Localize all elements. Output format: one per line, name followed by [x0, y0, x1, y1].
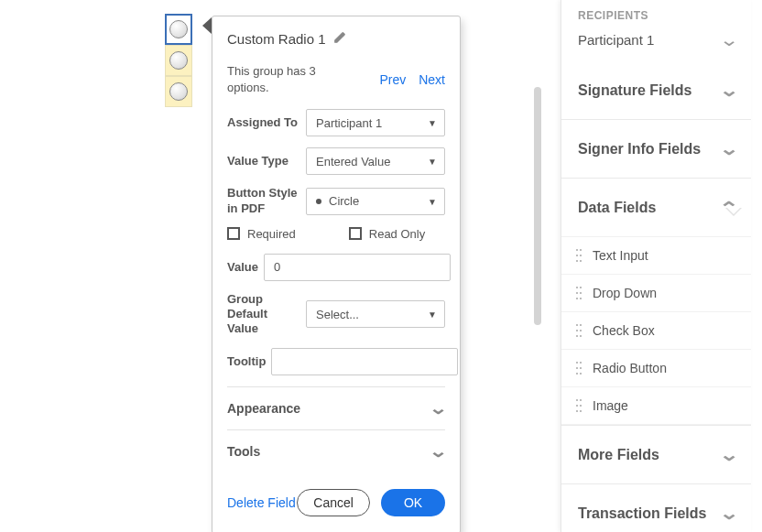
section-signature-fields[interactable]: Signature Fields ⌄ [561, 61, 751, 119]
chevron-down-icon: ⌄ [719, 503, 739, 524]
button-style-label: Button Style in PDF [227, 186, 300, 216]
data-field-text-input[interactable]: Text Input [561, 236, 751, 274]
appearance-accordion[interactable]: Appearance ⌄ [227, 386, 445, 429]
value-type-select[interactable]: Entered Value [306, 147, 445, 175]
group-info-text: This group has 3 options. [227, 63, 346, 96]
cancel-button[interactable]: Cancel [297, 489, 370, 516]
value-type-label: Value Type [227, 154, 300, 168]
field-properties-panel: Custom Radio 1 This group has 3 options.… [212, 16, 461, 532]
value-label: Value [227, 260, 258, 275]
button-style-select[interactable]: Circle [306, 188, 445, 215]
drag-handle-icon [576, 362, 582, 375]
radio-option-2[interactable] [165, 45, 192, 76]
assigned-to-label: Assigned To [227, 115, 300, 130]
tools-accordion[interactable]: Tools ⌄ [227, 429, 445, 472]
required-checkbox[interactable]: Required [227, 227, 296, 241]
panel-title: Custom Radio 1 [227, 31, 326, 47]
drag-handle-icon [576, 287, 582, 299]
panel-pointer-icon [202, 17, 212, 34]
tooltip-input[interactable] [271, 348, 458, 375]
section-more-fields[interactable]: More Fields ⌄ [561, 426, 751, 483]
section-data-fields[interactable]: Data Fields ⌄ [561, 179, 751, 236]
delete-field-link[interactable]: Delete Field [227, 495, 296, 510]
edit-name-icon[interactable] [333, 31, 346, 47]
group-default-label: Group Default Value [227, 292, 300, 337]
data-field-drop-down[interactable]: Drop Down [561, 274, 751, 311]
chevron-down-icon: ⌄ [719, 444, 739, 465]
chevron-down-icon: ⌄ [719, 29, 739, 50]
recipients-header: RECIPIENTS [561, 0, 751, 29]
chevron-down-icon: ⌄ [719, 80, 739, 101]
drag-handle-icon [576, 399, 582, 412]
section-open-indicator-icon [725, 208, 742, 216]
chevron-down-icon: ⌄ [719, 138, 739, 159]
drag-handle-icon [576, 324, 582, 337]
data-field-check-box[interactable]: Check Box [561, 311, 751, 349]
radio-group-canvas [165, 14, 192, 107]
group-default-select[interactable]: Select... [306, 300, 445, 328]
radio-option-3[interactable] [165, 76, 192, 107]
scrollbar[interactable] [534, 87, 541, 325]
readonly-checkbox[interactable]: Read Only [349, 227, 425, 241]
fields-sidebar: RECIPIENTS Participant 1 ⌄ Signature Fie… [561, 0, 751, 532]
section-signer-info-fields[interactable]: Signer Info Fields ⌄ [561, 120, 751, 178]
assigned-to-select[interactable]: Participant 1 [306, 109, 445, 136]
ok-button[interactable]: OK [381, 489, 445, 516]
data-field-radio-button[interactable]: Radio Button [561, 349, 751, 386]
prev-link[interactable]: Prev [380, 72, 407, 87]
next-link[interactable]: Next [419, 72, 445, 87]
checkbox-icon [349, 227, 362, 240]
value-input[interactable] [264, 254, 451, 281]
drag-handle-icon [576, 249, 582, 262]
radio-option-1[interactable] [165, 14, 192, 45]
chevron-down-icon: ⌄ [429, 398, 448, 418]
data-field-image[interactable]: Image [561, 386, 751, 425]
checkbox-icon [227, 227, 240, 240]
section-transaction-fields[interactable]: Transaction Fields ⌄ [561, 484, 751, 532]
tooltip-label: Tooltip [227, 354, 266, 369]
recipient-select[interactable]: Participant 1 ⌄ [561, 29, 751, 61]
chevron-down-icon: ⌄ [429, 441, 448, 461]
